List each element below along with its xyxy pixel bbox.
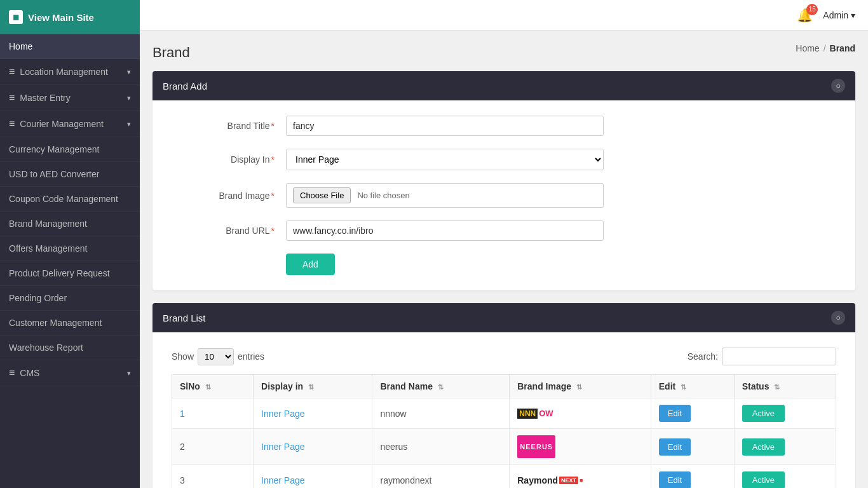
add-button[interactable]: Add xyxy=(286,254,335,275)
menu-icon: ≡ xyxy=(9,92,15,104)
entries-label: entries xyxy=(238,351,264,362)
sidebar-item-label: Master Entry xyxy=(20,93,70,103)
card-list-collapse-button[interactable]: ○ xyxy=(831,311,845,325)
menu-icon: ≡ xyxy=(9,118,15,130)
sidebar-item-label: Location Management xyxy=(20,67,108,77)
page-title: Brand xyxy=(153,44,190,61)
cell-display-in: Inner Page xyxy=(254,398,372,429)
brand-list-card: Brand List ○ Show 10 25 50 100 entries xyxy=(153,303,855,488)
sidebar-item-label: Customer Management xyxy=(9,318,102,328)
display-in-link[interactable]: Inner Page xyxy=(261,442,305,452)
notification-bell[interactable]: 🔔 15 xyxy=(797,8,813,23)
logo-icon: ◼ xyxy=(9,10,23,24)
sidebar-header[interactable]: ◼ View Main Site xyxy=(0,0,140,34)
card-collapse-button[interactable]: ○ xyxy=(831,79,845,93)
table-header-row: SlNo ⇅ Display in ⇅ Brand Name ⇅ Brand I… xyxy=(172,375,836,398)
sort-icon: ⇅ xyxy=(205,383,211,391)
admin-dropdown-icon: ▾ xyxy=(851,10,855,20)
brand-add-body: Brand Title* Display In* Inner Page Home… xyxy=(153,100,855,290)
sidebar-item-coupon-code-management[interactable]: Coupon Code Management xyxy=(0,187,140,212)
cell-edit: Edit xyxy=(651,398,734,429)
slno-link[interactable]: 1 xyxy=(180,409,185,419)
edit-button[interactable]: Edit xyxy=(659,405,691,422)
sidebar-item-home[interactable]: Home xyxy=(0,34,140,59)
cell-brand-name: neerus xyxy=(372,429,510,465)
main-area: 🔔 15 Admin ▾ Brand Home / Brand Brand Ad… xyxy=(140,0,868,488)
sidebar-item-label: Offers Management xyxy=(9,243,87,254)
sidebar-item-cms[interactable]: ≡ CMS ▾ xyxy=(0,360,140,386)
search-input[interactable] xyxy=(722,348,836,365)
sidebar-item-label: Courier Management xyxy=(20,119,104,129)
brand-add-card: Brand Add ○ Brand Title* Display In* xyxy=(153,71,855,290)
brand-list-body: Show 10 25 50 100 entries Search: xyxy=(153,332,855,488)
sidebar-item-location-management[interactable]: ≡ Location Management ▾ xyxy=(0,59,140,85)
add-button-row: Add xyxy=(172,254,836,275)
sidebar-item-label: CMS xyxy=(20,368,39,378)
admin-menu[interactable]: Admin ▾ xyxy=(823,10,855,20)
status-active-button[interactable]: Active xyxy=(742,471,785,488)
breadcrumb: Home / Brand xyxy=(796,43,855,53)
display-in-label: Display In* xyxy=(172,154,286,165)
choose-file-button[interactable]: Choose File xyxy=(293,187,351,203)
cell-display-in: Inner Page xyxy=(254,429,372,465)
admin-label: Admin xyxy=(823,10,848,20)
sidebar-item-offers-management[interactable]: Offers Management xyxy=(0,236,140,261)
sidebar-item-warehouse-report[interactable]: Warehouse Report xyxy=(0,336,140,360)
brand-image-file-wrapper: Choose File No file chosen xyxy=(286,183,604,208)
sidebar-item-customer-management[interactable]: Customer Management xyxy=(0,311,140,336)
brand-url-input[interactable] xyxy=(286,220,604,241)
sidebar-item-pending-order[interactable]: Pending Order xyxy=(0,286,140,311)
col-status: Status ⇅ xyxy=(734,375,836,398)
brand-add-header: Brand Add ○ xyxy=(153,71,855,100)
display-in-select[interactable]: Inner Page Home Page Both xyxy=(286,149,604,170)
status-active-button[interactable]: Active xyxy=(742,438,785,456)
sidebar-item-usd-aed-converter[interactable]: USD to AED Converter xyxy=(0,162,140,187)
table-row: 2 Inner Page neerus NEERUS Edit Active xyxy=(172,429,836,465)
brand-title-input[interactable] xyxy=(286,116,604,136)
sort-icon: ⇅ xyxy=(681,383,686,391)
status-active-button[interactable]: Active xyxy=(742,405,785,422)
brand-logo-raymond: Raymond NEXT ■ xyxy=(517,475,643,485)
brand-image-label: Brand Image* xyxy=(172,191,286,201)
breadcrumb-current: Brand xyxy=(830,43,855,53)
cell-status: Active xyxy=(734,429,836,465)
cell-brand-image: Raymond NEXT ■ xyxy=(510,465,651,489)
col-edit: Edit ⇅ xyxy=(651,375,734,398)
sidebar-item-courier-management[interactable]: ≡ Courier Management ▾ xyxy=(0,111,140,137)
edit-button[interactable]: Edit xyxy=(659,471,691,488)
display-in-link[interactable]: Inner Page xyxy=(261,409,305,419)
display-in-link[interactable]: Inner Page xyxy=(261,475,305,485)
cell-slno: 3 xyxy=(172,465,254,489)
sidebar: ◼ View Main Site Home ≡ Location Managem… xyxy=(0,0,140,488)
sidebar-item-label: Coupon Code Management xyxy=(9,194,118,204)
cell-slno: 1 xyxy=(172,398,254,429)
table-row: 1 Inner Page nnnow NNNOW Edit xyxy=(172,398,836,429)
chevron-down-icon: ▾ xyxy=(127,369,131,377)
display-in-row: Display In* Inner Page Home Page Both xyxy=(172,149,836,170)
edit-button[interactable]: Edit xyxy=(659,438,691,456)
col-brand-name: Brand Name ⇅ xyxy=(372,375,510,398)
file-name-label: No file chosen xyxy=(357,191,409,200)
sidebar-item-label: USD to AED Converter xyxy=(9,169,99,179)
cell-display-in: Inner Page xyxy=(254,465,372,489)
sidebar-item-master-entry[interactable]: ≡ Master Entry ▾ xyxy=(0,85,140,111)
notification-badge: 15 xyxy=(806,4,818,15)
cell-brand-name: nnnow xyxy=(372,398,510,429)
breadcrumb-home[interactable]: Home xyxy=(796,43,819,53)
brand-add-title: Brand Add xyxy=(163,81,207,92)
sidebar-item-currency-management[interactable]: Currency Management xyxy=(0,137,140,162)
brand-url-label: Brand URL* xyxy=(172,226,286,236)
entries-select[interactable]: 10 25 50 100 xyxy=(198,348,234,365)
sidebar-item-product-delivery-request[interactable]: Product Delivery Request xyxy=(0,261,140,286)
cell-slno: 2 xyxy=(172,429,254,465)
sidebar-item-label: Warehouse Report xyxy=(9,342,83,353)
brand-list-title: Brand List xyxy=(163,313,206,323)
home-label: Home xyxy=(9,41,32,51)
brand-url-row: Brand URL* xyxy=(172,220,836,241)
table-body: 1 Inner Page nnnow NNNOW Edit xyxy=(172,398,836,489)
col-slno: SlNo ⇅ xyxy=(172,375,254,398)
sidebar-item-label: Brand Management xyxy=(9,219,87,229)
content-area: Brand Home / Brand Brand Add ○ Brand Tit… xyxy=(140,30,868,488)
sidebar-item-brand-management[interactable]: Brand Management xyxy=(0,212,140,236)
cell-status: Active xyxy=(734,398,836,429)
